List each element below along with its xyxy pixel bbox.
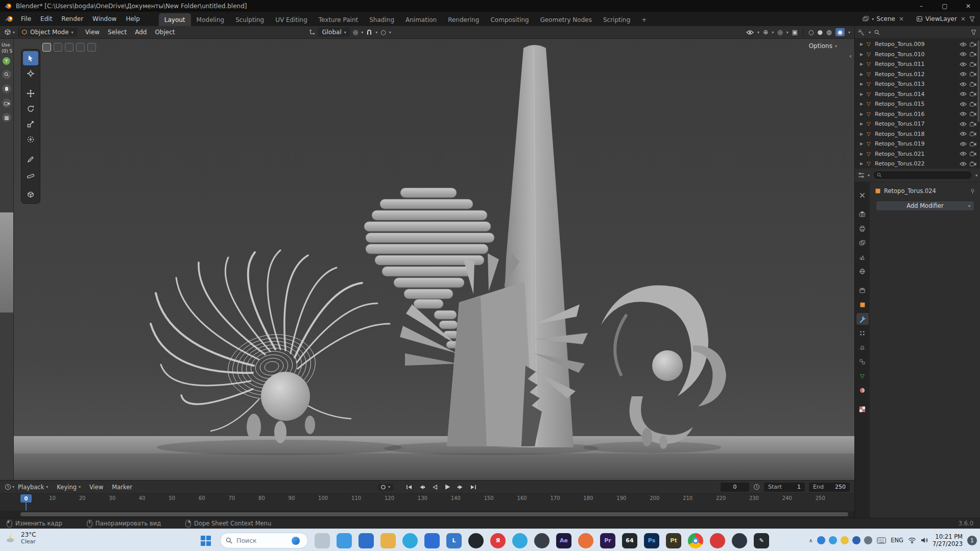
workspace-tab[interactable]: Scripting [597, 13, 636, 26]
taskbar-app-icon[interactable] [512, 533, 528, 548]
taskbar-app-icon[interactable]: ✎ [754, 533, 769, 548]
disable-in-render-icon[interactable] [970, 102, 976, 107]
overlays-toggle-icon[interactable]: ◎ [777, 29, 782, 36]
prev-keyframe-button[interactable] [418, 484, 426, 491]
tab-render-icon[interactable] [856, 208, 869, 220]
taskbar-app-icon[interactable] [380, 533, 396, 548]
gizmo-toggle-icon[interactable]: ⊕ [763, 29, 768, 36]
tray-app-icon[interactable] [852, 536, 861, 544]
outliner-item-label[interactable]: Retopo_Torus.019 [875, 140, 957, 147]
timeline-scrollbar[interactable] [0, 511, 854, 518]
expand-arrow-icon[interactable]: ▶ [860, 42, 867, 46]
taskbar-app-icon[interactable]: Ps [644, 533, 659, 548]
outliner-row[interactable]: ▶ ▽ Retopo_Torus.009 [855, 39, 980, 50]
pin-icon[interactable] [970, 188, 975, 194]
tool-rotate[interactable] [23, 102, 38, 116]
shading-rendered-icon[interactable]: ◉ [835, 28, 845, 36]
disable-in-render-icon[interactable] [970, 111, 976, 116]
tab-collection-icon[interactable] [856, 284, 869, 296]
outliner-item-label[interactable]: Retopo_Torus.013 [875, 81, 957, 87]
minimize-button[interactable]: – [910, 0, 933, 12]
end-frame-field[interactable]: End250 [809, 483, 850, 492]
auto-keyframe-toggle[interactable]: ▾ [377, 484, 393, 491]
hide-in-viewport-icon[interactable] [960, 71, 967, 77]
sidebar-collapse-chevron[interactable]: ‹ [849, 52, 852, 60]
tool-annotate[interactable] [23, 152, 38, 166]
expand-arrow-icon[interactable]: ▶ [860, 72, 867, 77]
pivot-point-icon[interactable]: ◎ [353, 29, 358, 36]
workspace-tab[interactable]: + [636, 13, 652, 26]
properties-editor-icon[interactable] [858, 172, 865, 178]
outliner-row[interactable]: ▶ ▽ Retopo_Torus.022 [855, 159, 980, 169]
taskbar-app-icon[interactable]: L [446, 533, 462, 548]
workspace-tab[interactable]: Shading [364, 13, 400, 26]
disable-in-render-icon[interactable] [970, 62, 976, 67]
outliner-editor-icon[interactable] [858, 29, 865, 35]
play-button[interactable] [443, 484, 451, 491]
maximize-button[interactable]: ▢ [933, 0, 957, 12]
select-mode-invert[interactable] [76, 43, 85, 52]
outliner-mode-caret[interactable]: ▾ [869, 30, 871, 35]
shading-wireframe-icon[interactable]: ○ [808, 29, 814, 36]
taskbar-app-icon[interactable] [732, 533, 747, 548]
taskbar-app-icon[interactable] [337, 533, 352, 548]
object-visibility-icon[interactable] [746, 30, 754, 35]
taskbar-search[interactable] [220, 533, 308, 548]
viewport-menu-item[interactable]: Object [151, 29, 179, 36]
playhead[interactable]: 0 [20, 494, 32, 502]
add-modifier-button[interactable]: Add Modifier ▾ [876, 201, 974, 211]
workspace-tab[interactable]: Geometry Nodes [535, 13, 597, 26]
timeline-scrollbar-thumb[interactable] [20, 512, 848, 516]
outliner-row[interactable]: ▶ ▽ Retopo_Torus.013 [855, 79, 980, 89]
expand-arrow-icon[interactable]: ▶ [860, 152, 867, 156]
expand-arrow-icon[interactable]: ▶ [860, 141, 867, 146]
proportional-caret[interactable]: ▾ [389, 30, 391, 35]
overlays-caret[interactable]: ▾ [786, 30, 788, 35]
start-frame-field[interactable]: Start1 [764, 483, 805, 492]
expand-arrow-icon[interactable]: ▶ [860, 102, 867, 106]
visibility-caret[interactable]: ▾ [757, 30, 759, 35]
menu-item[interactable]: Edit [36, 12, 57, 26]
blender-menu-icon[interactable] [5, 15, 13, 22]
taskbar-app-icon[interactable] [424, 533, 440, 548]
taskbar-app-icon[interactable]: Pr [600, 533, 615, 548]
preview-range-icon[interactable] [753, 484, 760, 490]
outliner-item-label[interactable]: Retopo_Torus.017 [875, 121, 957, 127]
outliner-item-label[interactable]: Retopo_Torus.009 [875, 41, 957, 47]
tab-scene-icon[interactable] [856, 251, 869, 263]
notification-badge[interactable]: 1 [967, 536, 977, 545]
properties-options-caret[interactable]: ▾ [975, 173, 977, 178]
outliner-item-label[interactable]: Retopo_Torus.021 [875, 151, 957, 157]
tray-app-icon[interactable] [864, 536, 872, 544]
taskbar-app-icon[interactable]: Ae [556, 533, 571, 548]
outliner-item-label[interactable]: Retopo_Torus.010 [875, 51, 957, 58]
outliner-item-label[interactable]: Retopo_Torus.018 [875, 131, 957, 137]
play-reverse-button[interactable] [431, 484, 439, 491]
disable-in-render-icon[interactable] [970, 122, 976, 127]
tray-chevron-icon[interactable]: ∧ [809, 538, 812, 543]
xray-toggle-icon[interactable]: ▣ [792, 29, 798, 36]
weather-widget[interactable]: 23°C Clear [5, 531, 36, 545]
outliner-scrollbar[interactable] [977, 40, 979, 122]
tool-move[interactable] [23, 86, 38, 101]
tab-world-icon[interactable] [856, 266, 869, 277]
taskbar-app-icon[interactable] [402, 533, 418, 548]
outliner-row[interactable]: ▶ ▽ Retopo_Torus.016 [855, 109, 980, 119]
select-mode-intersect[interactable] [87, 43, 96, 52]
expand-arrow-icon[interactable]: ▶ [860, 92, 867, 97]
workspace-tab[interactable]: UV Editing [270, 13, 313, 26]
disable-in-render-icon[interactable] [970, 141, 976, 147]
menu-item[interactable]: Render [57, 12, 88, 26]
editor-type-caret[interactable]: ▾ [13, 30, 15, 35]
snap-caret[interactable]: ▾ [375, 30, 377, 35]
taskbar-app-icon[interactable]: Pt [666, 533, 681, 548]
viewport-menu-item[interactable]: Select [104, 29, 131, 36]
touch-keyboard-icon[interactable] [877, 537, 886, 544]
expand-arrow-icon[interactable]: ▶ [860, 52, 867, 57]
mode-dropdown[interactable]: Object Mode ▾ [18, 28, 77, 37]
tray-app-icon[interactable] [841, 536, 849, 544]
taskbar-app-icon[interactable] [578, 533, 593, 548]
hide-in-viewport-icon[interactable] [960, 62, 967, 67]
viewport-3d[interactable]: Options▾ ‹ [14, 39, 854, 480]
select-mode-subtract[interactable] [65, 43, 74, 52]
